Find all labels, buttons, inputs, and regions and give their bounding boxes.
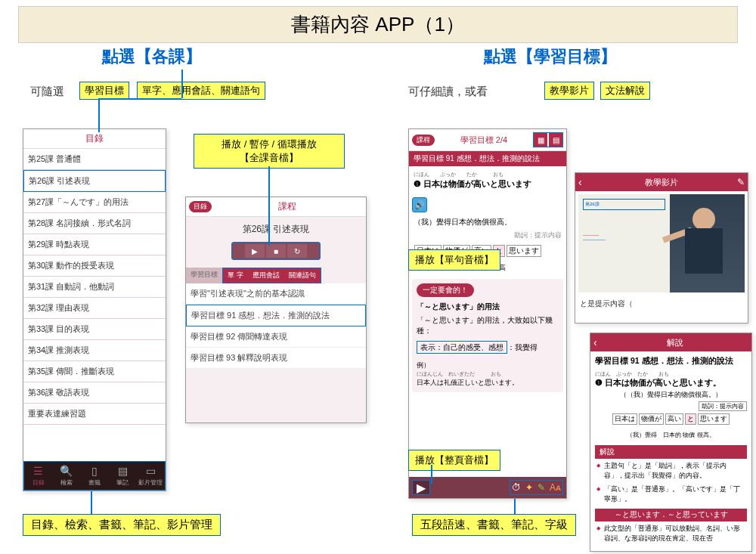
grammar-body: 「～と思います」的用法，大致如以下幾種： [417, 315, 559, 336]
explain-sentence: ❶ 日本は物価が高いと思います。 [595, 378, 721, 387]
toc-item[interactable]: 第25課 普通體 [23, 149, 166, 170]
fontsize-icon[interactable]: Aᴀ [550, 482, 561, 493]
toc-item-selected[interactable]: 第26課 引述表現 [23, 170, 166, 192]
toc-item[interactable]: 第27課「～んです」的用法 [23, 192, 166, 213]
phone-toc: 目錄 第25課 普通體 第26課 引述表現 第27課「～んです」的用法 第28課… [23, 128, 166, 491]
main-sentence: ❶ 日本は物価が高いと思います [414, 178, 562, 190]
explain-trans: （（我）覺得日本的物價很高。） [595, 388, 747, 401]
note-icon: ▤ [109, 465, 137, 477]
play-button[interactable]: ▶ [245, 244, 265, 258]
toc-item[interactable]: 第29課 時點表現 [23, 234, 166, 255]
whiteboard: 第26課 ───── ─────── [578, 194, 670, 292]
toc-title: 目錄 [23, 129, 166, 149]
box-play-controls: 播放 / 暫停 / 循環播放 【全課音檔】 [194, 134, 345, 169]
tab-goal[interactable]: 學習目標 [186, 268, 222, 283]
course-title: 課程 [212, 200, 363, 213]
tag-learning-goal: 學習目標 [79, 82, 129, 100]
book-icon: ▯ [80, 465, 108, 477]
must-know-pill: 一定要會的！ [417, 283, 474, 297]
back-icon[interactable]: ‹ [578, 176, 582, 188]
toc-item[interactable]: 重要表達練習題 [23, 404, 166, 425]
toc-item[interactable]: 第34課 推測表現 [23, 340, 166, 361]
phone-explain: ‹ 解說 學習目標 91 感想．想法．推測的說法 にほん ぶっか たか おも ❶… [590, 333, 752, 552]
grammar-band: ～と思います．～と思っています [595, 509, 747, 522]
page-play-button[interactable]: ▶ [412, 480, 430, 495]
explain-seg2: （我）覺得 日本的 物價 很高。 [595, 428, 747, 442]
video-player[interactable]: 第26課 ───── ─────── [578, 194, 745, 292]
goal-row[interactable]: 學習"引述表現"之前的基本認識 [186, 283, 366, 305]
doc-icon[interactable]: ▤ [549, 133, 562, 147]
tab-video[interactable]: ▭影片管理 [137, 465, 165, 487]
page-title: 書籍內容 APP（1） [18, 6, 738, 43]
toc-item[interactable]: 第33課 目的表現 [23, 319, 166, 340]
tag-sentence-audio: 播放【單句音檔】 [408, 249, 500, 271]
ruby-text: にほん ぶっか たか おも [595, 371, 747, 378]
section-label: 解說 [595, 445, 747, 459]
bottom-tabbar: ☰目錄 🔍檢索 ▯書籤 ▤筆記 ▭影片管理 [23, 461, 166, 491]
right-note: 可仔細讀，或看 [408, 85, 488, 99]
left-note: 可隨選 [30, 85, 64, 99]
list-icon: ☰ [24, 465, 52, 477]
back-badge[interactable]: 課程 [412, 135, 435, 146]
left-heading: 點選【各課】 [102, 45, 202, 68]
tab-toc[interactable]: ☰目錄 [24, 465, 52, 487]
right-heading: 點選【學習目標】 [484, 45, 617, 68]
tab-bookmark[interactable]: ▯書籤 [80, 465, 108, 487]
video-icon[interactable]: ▦ [534, 133, 547, 147]
translation: （我）覺得日本的物價很高。 [409, 215, 566, 229]
stop-button[interactable]: ■ [266, 244, 286, 258]
speaker-button[interactable]: 🔊 [412, 197, 427, 212]
goal-title: 學習目標 2/4 [435, 135, 533, 146]
goal-row-selected[interactable]: 學習目標 91 感想．想法．推測的說法 [186, 305, 366, 327]
bookmark-icon[interactable]: ✦ [525, 482, 533, 493]
toc-item[interactable]: 第32課 理由表現 [23, 298, 166, 319]
phone-video: ‹ 教學影片 ✎ 第26課 ───── ─────── と是提示内容（ [575, 172, 748, 323]
tag-page-audio: 播放【整頁音檔】 [408, 450, 500, 471]
ruby-text: にほん ぶっか たか おも [414, 171, 562, 178]
explain-seg: 日本は物価が高いと思います [595, 410, 747, 428]
audio-controls: ▶ ■ ↻ [231, 242, 321, 260]
explain-title: 解說 [602, 337, 748, 348]
hint-label: 助詞：提示内容 [409, 229, 566, 242]
explain-head: 學習目標 91 感想．想法．推測的說法 [595, 356, 747, 367]
tab-conv[interactable]: 應用會話 [248, 268, 284, 283]
goal-row[interactable]: 學習目標 92 傳聞轉達表現 [186, 327, 366, 348]
video-title: 教學影片 [587, 177, 737, 188]
course-subtitle: 第26課 引述表現 [186, 217, 366, 242]
goal-subtitle: 學習目標 91 感想．想法．推測的說法 [409, 151, 566, 166]
grammar-head: 「～と思います」的用法 [417, 302, 559, 312]
edit-icon[interactable]: ✎ [737, 177, 745, 187]
loop-button[interactable]: ↻ [287, 244, 307, 258]
tab-related[interactable]: 關連語句 [284, 268, 321, 283]
tab-vocab[interactable]: 單 字 [223, 268, 248, 283]
bottom-label-left: 目錄、檢索、書籤、筆記、影片管理 [23, 514, 221, 536]
note-icon[interactable]: ✎ [538, 482, 545, 493]
bullet-1: 主題句「と」是「助詞」，表示「提示内容」，提示出「我覺得」的内容。 [595, 459, 747, 482]
bullet-2: 「高い」是「普通形」。「高いです」是「丁寧形」。 [595, 482, 747, 506]
instructor [670, 194, 745, 292]
tag-grammar: 文法解說 [600, 82, 650, 100]
toc-item[interactable]: 第31課 自動詞．他動詞 [23, 277, 166, 298]
bottom-label-right: 五段語速、書籤、筆記、字級 [412, 514, 576, 536]
tab-search[interactable]: 🔍檢索 [52, 465, 80, 487]
grammar-box: 一定要會的！ 「～と思います」的用法 「～と思います」的用法，大致如以下幾種： … [412, 279, 563, 392]
video-caption: と是提示内容（ [575, 296, 748, 312]
toc-item[interactable]: 第36課 敬語表現 [23, 382, 166, 404]
toc-item[interactable]: 第30課 動作的授受表現 [23, 255, 166, 277]
tag-teaching-video: 教學影片 [544, 82, 594, 100]
film-icon: ▭ [137, 465, 165, 477]
bullet-3: 此文型的「普通形」可以放動詞、名詞、い形容詞、な形容詞的現在肯定、現在否 [595, 522, 747, 545]
phone-goal: 課程 學習目標 2/4 ▦ ▤ 學習目標 91 感想．想法．推測的說法 にほん … [408, 128, 567, 499]
phone-course: 目錄 課程 第26課 引述表現 ▶ ■ ↻ 學習目標 單 字 應用會話 關連語句… [185, 197, 367, 423]
tag-vocab: 單字、應用會話、關連語句 [137, 82, 265, 100]
tab-notes[interactable]: ▤筆記 [109, 465, 137, 487]
hint-box: 助詞：提示内容 [699, 401, 747, 411]
search-icon: 🔍 [52, 465, 80, 477]
goal-row[interactable]: 學習目標 93 解釋說明表現 [186, 348, 366, 369]
back-icon[interactable]: ‹ [593, 336, 597, 348]
toc-item[interactable]: 第35課 傳聞．推斷表現 [23, 361, 166, 382]
grammar-selected: 表示：自己的感受、感想 [417, 341, 507, 354]
back-badge[interactable]: 目錄 [189, 201, 212, 212]
toc-item[interactable]: 第28課 名詞接續．形式名詞 [23, 213, 166, 234]
speed-icon[interactable]: ⏱ [512, 482, 521, 493]
